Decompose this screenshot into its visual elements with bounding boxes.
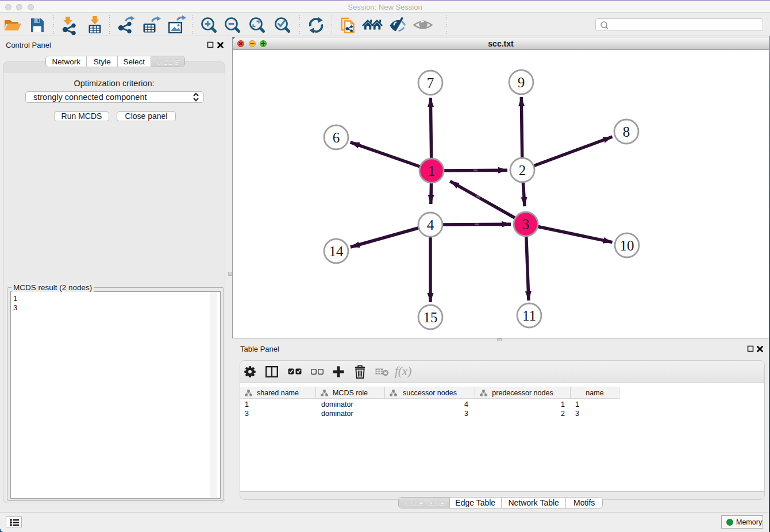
svg-text:7: 7 xyxy=(427,75,434,91)
svg-text:14: 14 xyxy=(329,244,344,259)
svg-text:15: 15 xyxy=(424,310,438,325)
svg-text:10: 10 xyxy=(620,238,634,253)
svg-text:6: 6 xyxy=(333,130,340,145)
svg-text:3: 3 xyxy=(522,217,530,232)
svg-text:9: 9 xyxy=(518,75,525,90)
svg-text:8: 8 xyxy=(623,124,630,140)
svg-text:1: 1 xyxy=(428,163,436,179)
svg-text:4: 4 xyxy=(427,217,434,233)
svg-text:2: 2 xyxy=(519,163,526,178)
svg-text:11: 11 xyxy=(522,308,536,323)
